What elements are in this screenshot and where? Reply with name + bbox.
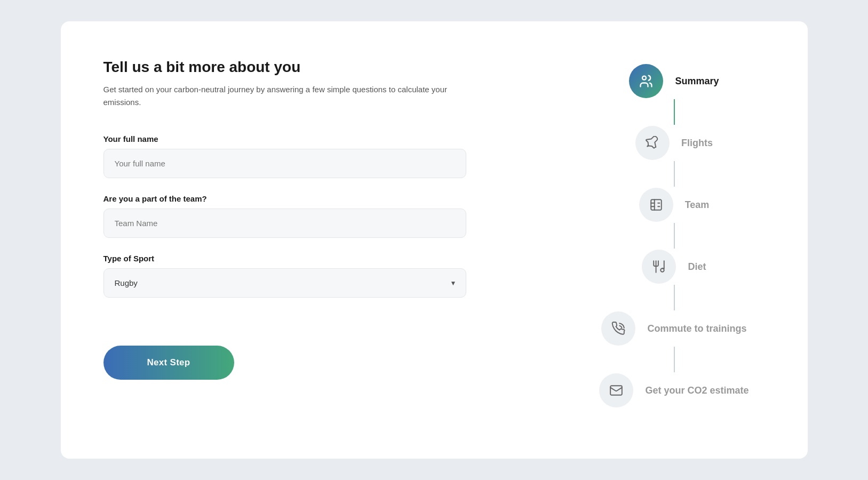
team-name-input[interactable] xyxy=(103,209,466,238)
step-connector-co2: Get your CO2 estimate xyxy=(584,373,765,407)
full-name-label: Your full name xyxy=(103,134,552,143)
step-row-flights: Flights xyxy=(635,126,713,160)
step-connector-summary: Summary xyxy=(584,64,765,126)
steps-sidebar: Summary Flights xyxy=(584,59,765,421)
step-label-diet: Diet xyxy=(688,261,706,273)
step-line-2 xyxy=(674,161,675,187)
step-icon-co2 xyxy=(599,373,633,407)
step-row-commute: Commute to trainings xyxy=(601,311,746,346)
page-title: Tell us a bit more about you xyxy=(103,59,552,76)
step-label-summary: Summary xyxy=(675,76,719,87)
step-icon-team xyxy=(639,188,673,222)
sport-type-select[interactable]: Rugby Football Tennis Swimming Cycling A… xyxy=(103,268,466,298)
step-connector-diet: Diet xyxy=(584,250,765,311)
step-label-co2: Get your CO2 estimate xyxy=(645,385,748,396)
next-step-button[interactable]: Next Step xyxy=(103,346,234,380)
step-row-summary: Summary xyxy=(629,64,719,98)
svg-point-0 xyxy=(642,76,646,80)
step-icon-commute xyxy=(601,311,635,346)
full-name-group: Your full name xyxy=(103,134,552,178)
svg-rect-2 xyxy=(611,386,623,395)
step-label-flights: Flights xyxy=(681,138,713,149)
step-icon-flights xyxy=(635,126,670,160)
form-section: Tell us a bit more about you Get started… xyxy=(103,59,552,421)
step-label-team: Team xyxy=(685,199,710,211)
step-line-4 xyxy=(674,285,675,310)
sport-select-wrapper: Rugby Football Tennis Swimming Cycling A… xyxy=(103,268,466,298)
team-name-group: Are you a part of the team? xyxy=(103,194,552,238)
step-line-5 xyxy=(674,347,675,372)
team-name-label: Are you a part of the team? xyxy=(103,194,552,203)
step-row-co2: Get your CO2 estimate xyxy=(599,373,748,407)
sport-type-group: Type of Sport Rugby Football Tennis Swim… xyxy=(103,254,552,298)
step-connector-flights: Flights xyxy=(584,126,765,188)
step-row-team: Team xyxy=(639,188,710,222)
sport-type-label: Type of Sport xyxy=(103,254,552,263)
full-name-input[interactable] xyxy=(103,149,466,178)
step-icon-diet xyxy=(642,250,676,284)
step-connector-team: Team xyxy=(584,188,765,250)
step-line-3 xyxy=(674,223,675,249)
step-connector-commute: Commute to trainings xyxy=(584,311,765,373)
step-line-1 xyxy=(674,99,675,125)
step-icon-summary xyxy=(629,64,663,98)
page-subtitle: Get started on your carbon-neutral journ… xyxy=(103,83,466,109)
svg-rect-1 xyxy=(651,199,662,210)
step-label-commute: Commute to trainings xyxy=(647,323,746,334)
main-card: Tell us a bit more about you Get started… xyxy=(61,21,808,459)
step-row-diet: Diet xyxy=(642,250,706,284)
